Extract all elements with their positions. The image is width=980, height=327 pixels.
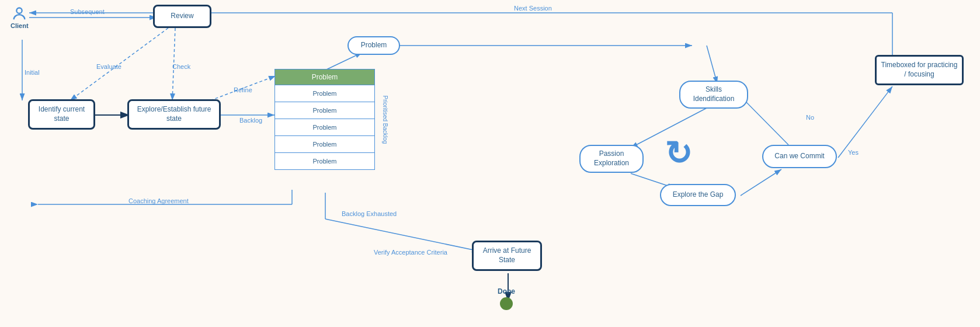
done-container: Done xyxy=(498,287,515,310)
backlog-row-1: Problem xyxy=(275,85,374,102)
explore-establish-node: Explore/Establish future state xyxy=(127,99,221,130)
explore-gap-node: Explore the Gap xyxy=(660,184,736,206)
yes-label: Yes xyxy=(848,149,859,156)
timebox-node: Timeboxed for practicing / focusing xyxy=(875,55,964,85)
passion-node: Passion Exploration xyxy=(579,145,644,173)
check-label: Check xyxy=(172,63,190,70)
svg-line-25 xyxy=(838,86,892,158)
diagram: Client Subsequent Initial Evaluate Check… xyxy=(0,0,980,327)
next-session-label: Next Session xyxy=(514,5,552,12)
subsequent-label: Subsequent xyxy=(70,8,105,15)
backlog-table: Problem Problem Problem Problem Problem … xyxy=(274,69,375,170)
backlog-exhausted-label: Backlog Exhausted xyxy=(342,210,397,217)
backlog-row-3: Problem xyxy=(275,119,374,135)
prioritised-backlog-label: Prioritised Backlog xyxy=(382,95,388,144)
evaluate-label: Evaluate xyxy=(96,63,121,70)
svg-line-11 xyxy=(325,53,362,70)
verify-label: Verify Acceptance Criteria xyxy=(374,249,447,256)
can-commit-node: Can we Commit xyxy=(762,145,837,168)
refine-label: Refine xyxy=(234,86,252,93)
coaching-agreement-label: Coaching Agreement xyxy=(128,197,189,204)
done-circle xyxy=(500,297,513,310)
review-node: Review xyxy=(153,5,211,28)
backlog-row-4: Problem xyxy=(275,135,374,152)
backlog-label: Backlog xyxy=(239,117,262,124)
problem-top-node: Problem xyxy=(347,36,400,55)
svg-line-23 xyxy=(741,169,781,196)
backlog-row-2: Problem xyxy=(275,102,374,119)
backlog-row-5: Problem xyxy=(275,152,374,169)
client-node: Client xyxy=(11,6,29,29)
backlog-header: Problem xyxy=(275,69,374,85)
arrive-node: Arrive at Future State xyxy=(472,241,542,271)
refresh-icon: ↻ xyxy=(665,134,692,172)
svg-line-24 xyxy=(741,96,788,145)
skills-node: Skills Idendification xyxy=(679,81,748,109)
initial-label: Initial xyxy=(25,69,40,76)
no-label: No xyxy=(806,114,814,121)
done-label: Done xyxy=(498,287,515,295)
svg-line-26 xyxy=(707,46,717,84)
identify-node: Identify current state xyxy=(28,99,95,130)
svg-line-16 xyxy=(325,219,479,251)
svg-point-27 xyxy=(17,8,22,13)
